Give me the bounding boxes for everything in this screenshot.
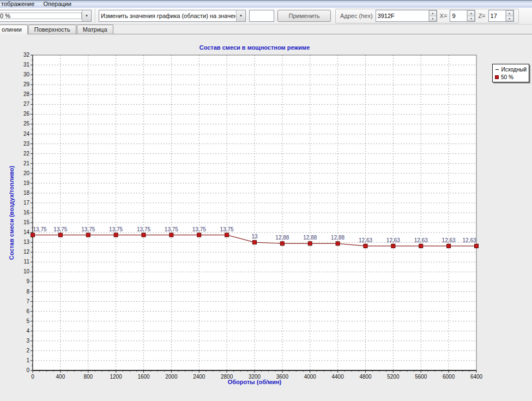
data-point-marker[interactable]: [419, 244, 423, 248]
x-spin-edit: ▲ ▼: [450, 10, 475, 22]
x-label: X=: [440, 13, 448, 19]
z-input[interactable]: [489, 10, 505, 21]
data-point-label: 13,75: [53, 226, 67, 232]
data-point-label: 13,75: [33, 226, 46, 232]
data-point-label: 13,75: [192, 226, 206, 232]
data-point-label: 13,75: [220, 226, 234, 232]
svg-text:10: 10: [23, 268, 30, 274]
action-combo[interactable]: Изменить значения графика (области) на з…: [99, 10, 246, 22]
chart-legend: Исходный 50 %: [492, 64, 529, 82]
address-input[interactable]: [376, 10, 428, 21]
legend-item-50-percent: 50 %: [495, 74, 527, 80]
data-point-marker[interactable]: [114, 233, 118, 237]
address-spin-buttons: ▲ ▼: [428, 10, 437, 21]
tab-bar: олинии Поверхность Матрица: [0, 25, 532, 34]
spin-down-icon[interactable]: ▼: [506, 16, 513, 22]
svg-text:2: 2: [26, 348, 29, 354]
data-point-marker[interactable]: [364, 244, 367, 248]
svg-text:24: 24: [23, 131, 30, 137]
svg-text:14: 14: [23, 229, 30, 235]
y-axis-title: Состав смеси (воздух/топливо): [8, 166, 15, 260]
toolbar: 50 % ▼ Изменить значения графика (област…: [0, 8, 532, 25]
menu-item-display[interactable]: тображение: [0, 1, 39, 8]
address-label: Адрес (hex): [340, 13, 373, 19]
percent-combo[interactable]: 50 % ▼: [0, 10, 92, 22]
data-point-marker[interactable]: [170, 233, 173, 237]
svg-text:15: 15: [23, 219, 30, 225]
chevron-down-icon[interactable]: ▼: [236, 10, 245, 21]
data-point-label: 12,63: [386, 237, 400, 243]
svg-text:11: 11: [24, 259, 30, 265]
value-input[interactable]: [249, 10, 274, 22]
data-point-marker[interactable]: [197, 233, 201, 237]
x-spin-buttons: ▲ ▼: [467, 10, 475, 21]
spin-up-icon[interactable]: ▲: [467, 10, 475, 16]
data-point-marker[interactable]: [86, 233, 90, 237]
svg-text:26: 26: [23, 111, 30, 117]
percent-combo-value: 50 %: [0, 13, 82, 19]
svg-text:0: 0: [26, 367, 29, 373]
svg-text:17: 17: [23, 200, 30, 206]
data-point-marker[interactable]: [142, 233, 146, 237]
data-point-marker[interactable]: [336, 242, 340, 246]
tab-matrix[interactable]: Матрица: [77, 25, 113, 34]
svg-text:25: 25: [23, 121, 30, 127]
svg-text:32: 32: [23, 52, 30, 58]
data-point-marker[interactable]: [31, 233, 35, 237]
data-point-marker[interactable]: [280, 242, 284, 246]
x-input[interactable]: [450, 10, 467, 21]
toolbar-separator: [95, 9, 95, 23]
spin-down-icon[interactable]: ▼: [429, 16, 437, 22]
svg-text:29: 29: [23, 81, 30, 87]
z-spin-edit: ▲ ▼: [488, 10, 514, 22]
data-point-marker[interactable]: [225, 233, 229, 237]
z-label: Z=: [478, 13, 485, 19]
mixture-chart[interactable]: 0123456789101112131415161718192021222324…: [0, 34, 532, 401]
svg-text:31: 31: [23, 62, 30, 68]
legend-label: 50 %: [501, 74, 513, 80]
legend-item-original: Исходный: [495, 66, 527, 73]
data-point-label: 13: [251, 234, 258, 240]
svg-text:18: 18: [23, 190, 30, 196]
svg-text:9: 9: [26, 278, 29, 284]
chevron-down-icon[interactable]: ▼: [82, 10, 91, 21]
application-window: { "menu": { "items": [ { "label": "тобра…: [0, 0, 532, 401]
data-point-marker[interactable]: [475, 244, 479, 248]
tab-surface[interactable]: Поверхность: [28, 25, 76, 34]
spin-down-icon[interactable]: ▼: [467, 16, 475, 22]
z-spin-buttons: ▲ ▼: [505, 10, 513, 21]
spin-up-icon[interactable]: ▲: [506, 10, 513, 16]
data-point-label: 12,63: [359, 237, 372, 243]
data-point-marker[interactable]: [308, 242, 312, 246]
data-point-marker[interactable]: [253, 241, 257, 244]
svg-text:23: 23: [23, 141, 30, 147]
data-point-label: 13,75: [109, 226, 123, 232]
data-point-marker[interactable]: [391, 244, 395, 248]
x-axis-title: Обороты (об/мин): [33, 379, 476, 385]
svg-text:8: 8: [26, 289, 29, 295]
svg-text:22: 22: [23, 151, 30, 157]
address-spin-edit: ▲ ▼: [376, 10, 437, 22]
svg-text:7: 7: [26, 298, 29, 304]
svg-text:13: 13: [23, 239, 30, 245]
apply-button[interactable]: Применить: [277, 10, 331, 22]
legend-label: Исходный: [501, 67, 527, 73]
data-point-label: 12,88: [275, 235, 289, 241]
menu-item-operations[interactable]: Операции: [39, 1, 75, 8]
data-point-label: 12,63: [414, 237, 428, 243]
spin-up-icon[interactable]: ▲: [429, 10, 437, 16]
data-point-marker[interactable]: [447, 244, 451, 248]
data-point-label: 12,63: [462, 237, 476, 243]
svg-text:20: 20: [23, 170, 30, 176]
data-point-marker[interactable]: [58, 233, 62, 237]
chart-title: Состав смеси в мощностном режиме: [33, 44, 476, 51]
svg-text:1: 1: [26, 357, 29, 363]
svg-text:30: 30: [23, 71, 30, 77]
data-point-label: 13,75: [137, 226, 150, 232]
menu-bar: тображение Операции: [0, 0, 532, 8]
square-marker-icon: [495, 75, 499, 79]
tab-isolines[interactable]: олинии: [0, 25, 28, 34]
data-point-label: 13,75: [81, 226, 95, 232]
data-point-label: 12,88: [331, 235, 344, 241]
svg-text:4: 4: [26, 328, 29, 334]
